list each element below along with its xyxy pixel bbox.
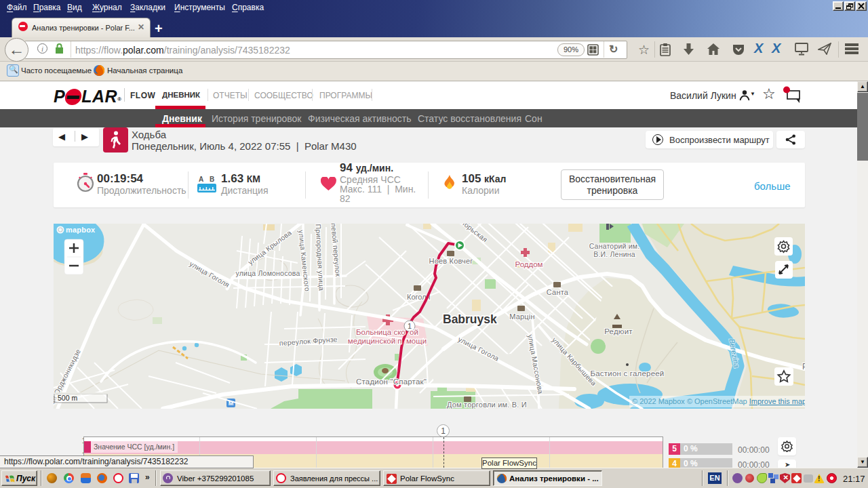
svg-text:В.И. Ленина: В.И. Ленина [593, 250, 635, 258]
svg-text:Роддом: Роддом [515, 260, 542, 268]
svg-text:mapbox: mapbox [66, 226, 96, 234]
svg-text:Редюит: Редюит [604, 327, 633, 336]
svg-text:© 2022 Mapbox © OpenStreetMap: © 2022 Mapbox © OpenStreetMap Improve th… [632, 397, 805, 405]
svg-text:Санта: Санта [547, 288, 569, 296]
svg-text:Babruysk: Babruysk [443, 312, 497, 326]
svg-text:Санаторий им.: Санаторий им. [589, 242, 640, 250]
svg-text:Бастион с галереей: Бастион с галереей [591, 369, 665, 378]
svg-text:Пригородная улица: Пригородная улица [314, 224, 326, 291]
svg-text:переулок Фрунзе: переулок Фрунзе [279, 335, 338, 347]
svg-text:Стадион "Спартак": Стадион "Спартак" [356, 378, 427, 386]
svg-text:улица Каменского: улица Каменского [297, 230, 311, 292]
svg-text:улица Ломоносова: улица Ломоносова [236, 269, 300, 277]
svg-text:улица Гогола: улица Гогола [457, 335, 500, 363]
svg-text:Ро: Ро [802, 362, 805, 371]
svg-text:500 m: 500 m [58, 394, 77, 402]
svg-text:улица Массонова: улица Массонова [526, 333, 545, 394]
svg-text:улица Гоголя: улица Гоголя [188, 260, 231, 289]
svg-text:Больница скорой: Больница скорой [356, 328, 418, 336]
svg-text:Дом торговли им. В. И: Дом торговли им. В. И [447, 401, 527, 409]
svg-text:Марцін: Марцін [509, 312, 535, 321]
svg-text:Ноев Ковчег: Ноев Ковчег [429, 257, 473, 265]
svg-text:медицинской помощи: медицинской помощи [348, 337, 427, 345]
